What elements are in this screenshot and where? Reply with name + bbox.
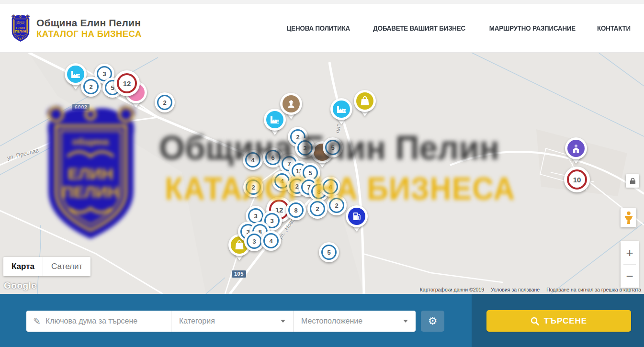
worker-pin[interactable] — [280, 93, 302, 121]
map-cluster-marker[interactable]: 5 — [319, 242, 339, 262]
cluster-count: 12 — [117, 73, 137, 93]
location-select-label: Местоположение — [301, 317, 362, 325]
map-cluster-marker[interactable]: 5 — [323, 137, 343, 157]
nav-item-pricing[interactable]: ЦЕНОВА ПОЛИТИКА — [287, 24, 350, 32]
cluster-count: 5 — [321, 245, 337, 260]
top-strip — [0, 0, 644, 4]
cluster-count: 8 — [288, 202, 304, 218]
factory-icon — [333, 101, 350, 118]
fuel-pump-pin[interactable] — [346, 205, 368, 233]
cluster-count: 3 — [247, 234, 262, 249]
location-select[interactable]: Местоположение — [293, 311, 416, 332]
shopping-bag-icon — [356, 92, 373, 110]
municipality-coat-of-arms-icon: община ЕЛИН ПЕЛИН — [11, 13, 31, 44]
pencil-icon: ✎ — [33, 316, 41, 327]
lock-button[interactable] — [626, 174, 639, 188]
cluster-count: 5 — [325, 140, 340, 155]
map-cluster-marker[interactable]: 12 — [114, 70, 140, 96]
cluster-count: 2 — [310, 201, 325, 216]
map-cluster-marker[interactable]: 2 — [155, 92, 175, 112]
cluster-count: 6 — [265, 150, 281, 165]
map-type-satellite-button[interactable]: Сателит — [43, 257, 90, 276]
advanced-settings-button[interactable]: ⚙ — [421, 311, 444, 332]
map-cluster-marker[interactable]: 2 — [243, 177, 263, 197]
search-button-label: ТЪРСЕНЕ — [544, 316, 587, 326]
markers-layer: 32512223546713524278422128333834510 — [0, 53, 644, 294]
keyword-input[interactable] — [45, 317, 171, 325]
shopping-bag-pin[interactable] — [354, 90, 376, 118]
search-bar: ✎ Категория Местоположение ⚙ ТЪРСЕНЕ — [0, 294, 644, 347]
cluster-count: 2 — [246, 179, 261, 195]
pegman-button[interactable] — [621, 208, 636, 227]
chevron-down-icon — [281, 320, 285, 323]
map-canvas[interactable]: 6002105ул. Преславбул. „Новоселцици" 325… — [0, 53, 644, 294]
map-cluster-marker[interactable]: 2 — [327, 195, 347, 215]
pin-circle — [354, 90, 376, 112]
pin-circle — [565, 137, 587, 159]
cluster-count: 10 — [567, 169, 587, 190]
gear-icon: ⚙ — [428, 315, 438, 327]
nav-item-contacts[interactable]: КОНТАКТИ — [597, 24, 631, 32]
attribution-terms-link[interactable]: Условия за ползване — [491, 287, 540, 292]
svg-text:ПЕЛИН: ПЕЛИН — [15, 30, 26, 33]
pegman-icon — [624, 211, 633, 224]
svg-text:ЕЛИН: ЕЛИН — [16, 26, 25, 30]
zoom-out-button[interactable]: − — [621, 265, 639, 288]
map-cluster-marker[interactable]: 8 — [286, 200, 306, 220]
church-pin[interactable] — [565, 137, 587, 165]
factory-pin[interactable] — [330, 98, 352, 126]
header: община ЕЛИН ПЕЛИН Община Елин Пелин КАТА… — [0, 4, 644, 53]
cluster-count: 3 — [297, 140, 313, 156]
nav-item-route-schedule[interactable]: МАРШРУТНО РАЗПИСАНИЕ — [489, 24, 576, 32]
keyword-field[interactable]: ✎ — [26, 311, 171, 332]
chevron-down-icon — [403, 320, 408, 323]
map-cluster-marker[interactable]: 4 — [320, 177, 340, 197]
cluster-count: 2 — [157, 95, 172, 110]
cluster-count: 2 — [329, 198, 344, 213]
map-cluster-marker[interactable]: 2 — [307, 199, 328, 219]
pin-circle — [330, 98, 352, 120]
search-icon — [531, 317, 539, 325]
page: община ЕЛИН ПЕЛИН Община Елин Пелин КАТА… — [0, 0, 644, 347]
fuel-pump-icon — [348, 208, 365, 225]
cluster-count: 4 — [263, 233, 279, 248]
map-cluster-marker[interactable]: 4 — [243, 150, 263, 170]
map-cluster-marker[interactable]: 10 — [564, 167, 590, 192]
map-cluster-marker[interactable]: 2 — [81, 77, 101, 97]
zoom-control: + − — [621, 241, 639, 288]
cluster-count: 2 — [83, 79, 99, 94]
search-fields: ✎ Категория Местоположение — [26, 311, 416, 332]
brand-logo[interactable]: община ЕЛИН ПЕЛИН Община Елин Пелин КАТА… — [11, 13, 142, 44]
factory-icon — [67, 66, 84, 83]
map-attribution: Картографски данни ©2019 Условия за полз… — [420, 287, 641, 292]
main-nav: ЦЕНОВА ПОЛИТИКА ДОБАВЕТЕ ВАШИЯТ БИЗНЕС М… — [284, 4, 632, 52]
lock-icon — [630, 178, 636, 185]
cluster-count: 4 — [245, 152, 260, 168]
pin-circle — [346, 205, 368, 227]
nav-item-add-business[interactable]: ДОБАВЕТЕ ВАШИЯТ БИЗНЕС — [373, 24, 465, 32]
map-cluster-marker[interactable]: 4 — [261, 231, 281, 251]
google-logo[interactable]: Google — [4, 280, 36, 291]
brand-subtitle: КАТАЛОГ НА БИЗНЕСА — [36, 29, 142, 39]
pin-circle — [280, 93, 302, 115]
worker-icon — [282, 95, 300, 112]
search-button[interactable]: ТЪРСЕНЕ — [486, 310, 631, 332]
church-icon — [567, 140, 585, 157]
brand-title: Община Елин Пелин — [36, 17, 142, 29]
attribution-data: Картографски данни ©2019 — [420, 287, 484, 292]
map-type-control: Карта Сателит — [3, 257, 90, 276]
category-select[interactable]: Категория — [171, 311, 293, 332]
map-type-map-button[interactable]: Карта — [3, 257, 43, 276]
svg-text:община: община — [16, 21, 24, 23]
category-select-label: Категория — [179, 317, 215, 325]
cluster-count: 4 — [323, 179, 338, 194]
map-cluster-marker[interactable]: 3 — [295, 138, 315, 158]
zoom-in-button[interactable]: + — [621, 241, 639, 264]
